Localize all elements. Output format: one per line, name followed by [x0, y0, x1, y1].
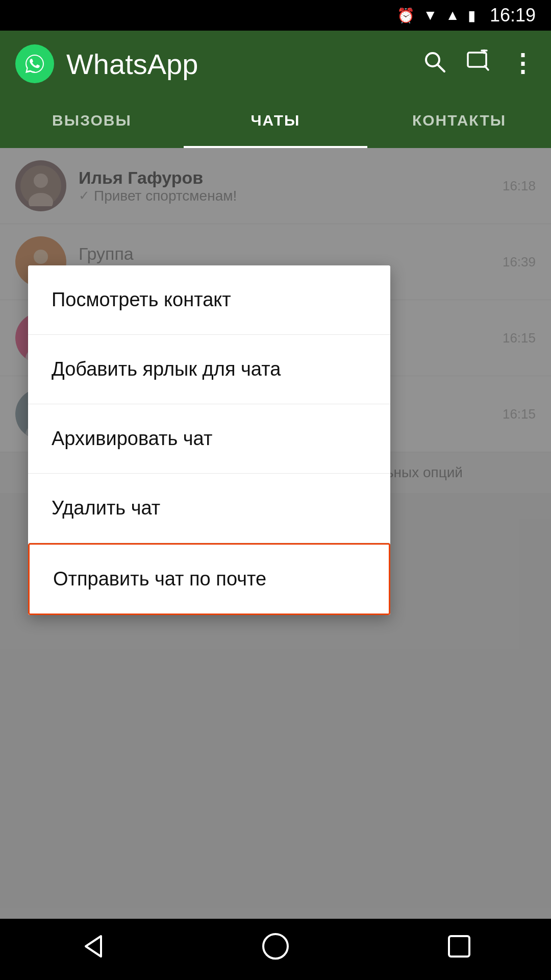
- menu-item-delete-chat[interactable]: Удалить чат: [28, 474, 390, 543]
- chat-list-container: Илья Гафуров ✓ Привет спортсменам! 16:18: [0, 148, 551, 919]
- status-icons: ⏰ ▼ ▲ ▮: [397, 7, 475, 24]
- svg-rect-21: [449, 936, 469, 957]
- search-icon[interactable]: [422, 50, 446, 78]
- status-bar: ⏰ ▼ ▲ ▮ 16:19: [0, 0, 551, 31]
- header-icons: ⋮: [422, 50, 536, 78]
- context-menu: Посмотреть контакт Добавить ярлык для ча…: [28, 265, 390, 615]
- back-button[interactable]: [77, 931, 107, 968]
- tab-chats[interactable]: ЧАТЫ: [184, 97, 367, 148]
- battery-icon: ▮: [468, 7, 475, 24]
- tabs-bar: ВЫЗОВЫ ЧАТЫ КОНТАКТЫ: [0, 97, 551, 148]
- wifi-icon: ▼: [423, 7, 437, 23]
- home-button[interactable]: [260, 931, 291, 968]
- menu-item-add-shortcut[interactable]: Добавить ярлык для чата: [28, 335, 390, 404]
- menu-item-view-contact[interactable]: Посмотреть контакт: [28, 265, 390, 335]
- alarm-icon: ⏰: [397, 7, 415, 24]
- tab-calls[interactable]: ВЫЗОВЫ: [0, 97, 184, 148]
- more-icon[interactable]: ⋮: [510, 52, 536, 76]
- svg-point-20: [263, 934, 288, 959]
- nav-bar: [0, 919, 551, 980]
- menu-item-archive-chat[interactable]: Архивировать чат: [28, 404, 390, 474]
- page: WhatsApp ⋮ ВЫЗОВЫ ЧАТЫ КОНТАКТЫ: [0, 31, 551, 980]
- new-chat-icon[interactable]: [466, 50, 490, 78]
- tab-contacts[interactable]: КОНТАКТЫ: [367, 97, 551, 148]
- app-logo: [15, 44, 54, 83]
- app-title: WhatsApp: [66, 47, 410, 81]
- svg-point-0: [20, 50, 49, 78]
- svg-rect-3: [468, 53, 486, 67]
- status-time: 16:19: [490, 5, 536, 26]
- svg-line-2: [438, 65, 444, 71]
- whatsapp-logo-svg: [20, 50, 49, 78]
- signal-icon: ▲: [445, 7, 460, 23]
- app-header: WhatsApp ⋮: [0, 31, 551, 97]
- recents-button[interactable]: [444, 931, 474, 968]
- menu-item-email-chat[interactable]: Отправить чат по почте: [28, 543, 390, 615]
- svg-marker-19: [86, 936, 101, 957]
